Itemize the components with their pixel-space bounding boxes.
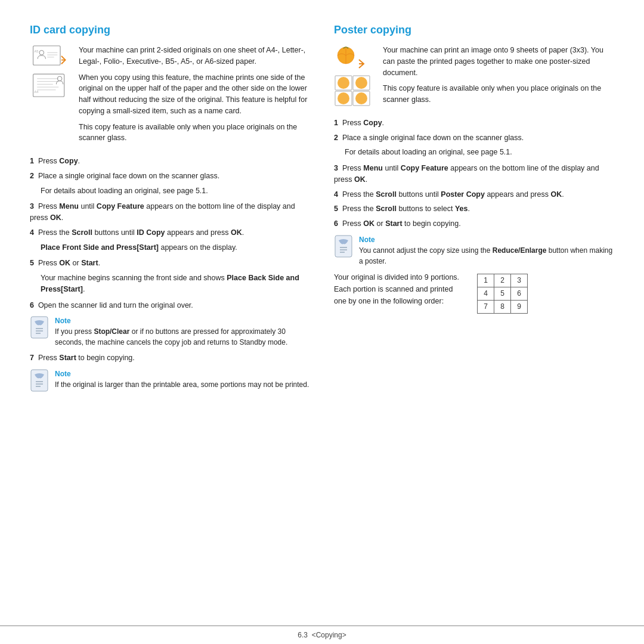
grid-table: 1 2 3 4 5 6 7 8 9: [477, 274, 528, 314]
poster-intro-p1: Your machine can print an image onto 9 s…: [383, 45, 614, 78]
grid-cell-9: 9: [511, 300, 528, 313]
step-2: 2 Place a single original face down on t…: [30, 171, 310, 182]
poster-step-2b: For details about loading an original, s…: [345, 147, 614, 158]
id-card-section: ID card copying A5: [30, 24, 310, 399]
step-7: 7 Press Start to begin copying.: [30, 352, 310, 364]
poster-section: Poster copying: [334, 24, 614, 399]
poster-intro-p2: This copy feature is available only when…: [383, 83, 614, 106]
svg-rect-19: [31, 370, 48, 391]
note1-icon: [30, 315, 49, 341]
poster-step-6: 6 Press OK or Start to begin copying.: [334, 218, 614, 230]
step-5: 5 Press OK or Start.: [30, 258, 310, 269]
id-card-steps: 1 Press Copy. 2 Place a single original …: [30, 156, 310, 311]
svg-rect-15: [31, 317, 48, 338]
step-2b: For details about loading an original, s…: [41, 185, 310, 197]
svg-text:A4: A4: [34, 90, 38, 94]
poster-steps: 1 Press Copy. 2 Place a single original …: [334, 117, 614, 230]
grid-cell-2: 2: [494, 274, 511, 287]
poster-note: Note You cannot adjust the copy size usi…: [334, 234, 614, 267]
id-card-intro-p3: This copy feature is available only when…: [79, 122, 310, 144]
footer-section: <Copying>: [312, 631, 346, 639]
poster-title: Poster copying: [334, 24, 614, 36]
svg-point-33: [355, 92, 367, 104]
poster-note-content: Note You cannot adjust the copy size usi…: [359, 234, 614, 267]
poster-grid-area: Your original is divided into 9 portions…: [334, 271, 614, 314]
poster-intro-text: Your machine can print an image onto 9 s…: [383, 45, 614, 110]
poster-step-4: 4 Press the Scroll buttons until Poster …: [334, 189, 614, 200]
id-card-title: ID card copying: [30, 24, 310, 36]
poster-step-2: 2 Place a single original face down on t…: [334, 132, 614, 144]
id-card-icon-area: A5 A4: [30, 45, 72, 148]
grid-cell-3: 3: [511, 274, 528, 287]
poster-icon: [334, 45, 374, 107]
id-card-intro-p1: Your machine can print 2-sided originals…: [79, 45, 310, 67]
grid-cell-1: 1: [478, 274, 494, 287]
grid-cell-4: 4: [478, 287, 494, 300]
note1-content: Note If you press Stop/Clear or if no bu…: [55, 315, 310, 348]
grid-cell-8: 8: [494, 300, 511, 313]
grid-cell-6: 6: [511, 287, 528, 300]
poster-icon-area: [334, 45, 376, 110]
poster-grid-text: Your original is divided into 9 portions…: [334, 271, 465, 307]
poster-step-3: 3 Press Menu until Copy Feature appears …: [334, 163, 614, 185]
note2-title: Note: [55, 369, 309, 379]
note2-icon: [30, 369, 49, 394]
step-5b: Your machine begins scanning the front s…: [41, 273, 310, 295]
step-3: 3 Press Menu until Copy Feature appears …: [30, 201, 310, 224]
svg-rect-0: [33, 46, 60, 65]
page: ID card copying A5: [0, 0, 644, 644]
grid-row-2: 4 5 6: [478, 287, 528, 300]
poster-note-icon: [334, 234, 353, 260]
two-column-layout: ID card copying A5: [30, 24, 614, 399]
poster-intro: Your machine can print an image onto 9 s…: [334, 45, 614, 110]
svg-point-32: [338, 92, 349, 104]
id-card-intro-text: Your machine can print 2-sided originals…: [79, 45, 310, 148]
id-card-intro: A5 A4: [30, 45, 310, 148]
svg-point-2: [39, 50, 44, 55]
footer: 6.3 <Copying>: [0, 626, 644, 644]
poster-note-title: Note: [359, 234, 614, 245]
poster-grid-diagram: 1 2 3 4 5 6 7 8 9: [477, 271, 528, 314]
poster-step-5: 5 Press the Scroll buttons to select Yes…: [334, 203, 614, 215]
grid-cell-7: 7: [478, 300, 494, 313]
poster-note-text: You cannot adjust the copy size using th…: [359, 245, 614, 267]
note1-text: If you press Stop/Clear or if no buttons…: [55, 326, 310, 348]
step-4: 4 Press the Scroll buttons until ID Copy…: [30, 227, 310, 239]
footer-page: 6.3: [298, 631, 308, 639]
step-1: 1 Press Copy.: [30, 156, 310, 167]
note1-title: Note: [55, 315, 310, 326]
note2-text: If the original is larger than the print…: [55, 379, 309, 390]
id-card-intro-p2: When you copy using this feature, the ma…: [79, 72, 310, 117]
id-card-note2: Note If the original is larger than the …: [30, 369, 310, 394]
poster-step-1: 1 Press Copy.: [334, 117, 614, 129]
svg-rect-34: [335, 236, 352, 257]
step-6: 6 Open the scanner lid and turn the orig…: [30, 300, 310, 311]
note2-content: Note If the original is larger than the …: [55, 369, 309, 390]
id-card-icon: A5 A4: [30, 45, 70, 98]
grid-row-3: 7 8 9: [478, 300, 528, 313]
svg-text:A5: A5: [34, 49, 38, 53]
svg-point-31: [355, 77, 367, 89]
id-card-note1: Note If you press Stop/Clear or if no bu…: [30, 315, 310, 348]
svg-point-30: [338, 77, 349, 89]
grid-cell-5: 5: [494, 287, 511, 300]
step-4b: Place Front Side and Press[Start] appear…: [41, 242, 310, 253]
grid-row-1: 1 2 3: [478, 274, 528, 287]
